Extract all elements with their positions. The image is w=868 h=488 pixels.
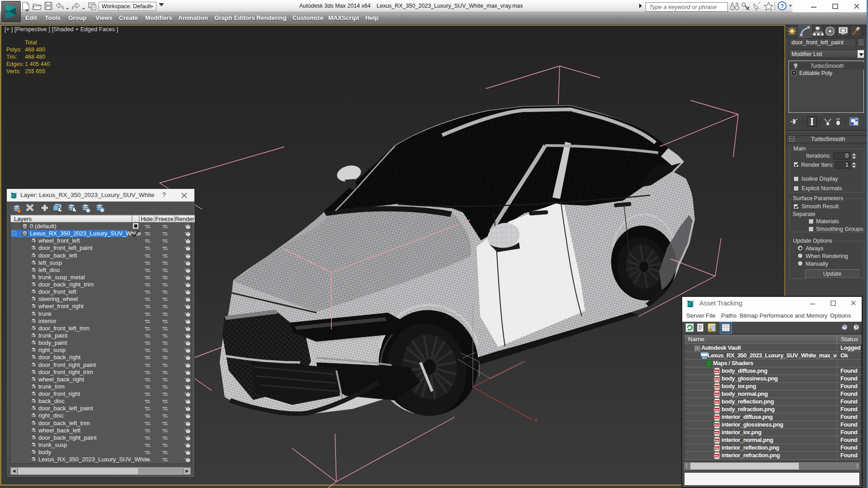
svg-text:PNG: PNG (714, 393, 720, 396)
svg-text:?: ? (843, 324, 846, 330)
svg-text:PNG: PNG (714, 401, 720, 404)
svg-text:PNG: PNG (714, 378, 720, 380)
svg-text:PNG: PNG (714, 439, 720, 442)
svg-text:PNG: PNG (714, 370, 720, 373)
svg-text:PNG: PNG (714, 447, 720, 450)
svg-text:PNG: PNG (714, 408, 720, 411)
svg-text:PNG: PNG (714, 424, 720, 427)
svg-text:PNG: PNG (714, 432, 720, 434)
svg-text:MAX: MAX (702, 357, 707, 359)
svg-text:PNG: PNG (714, 385, 720, 388)
svg-text:?: ? (780, 3, 784, 9)
svg-text:PNG: PNG (714, 455, 720, 457)
svg-text:PNG: PNG (714, 416, 720, 419)
svg-text:x: x (535, 417, 538, 423)
